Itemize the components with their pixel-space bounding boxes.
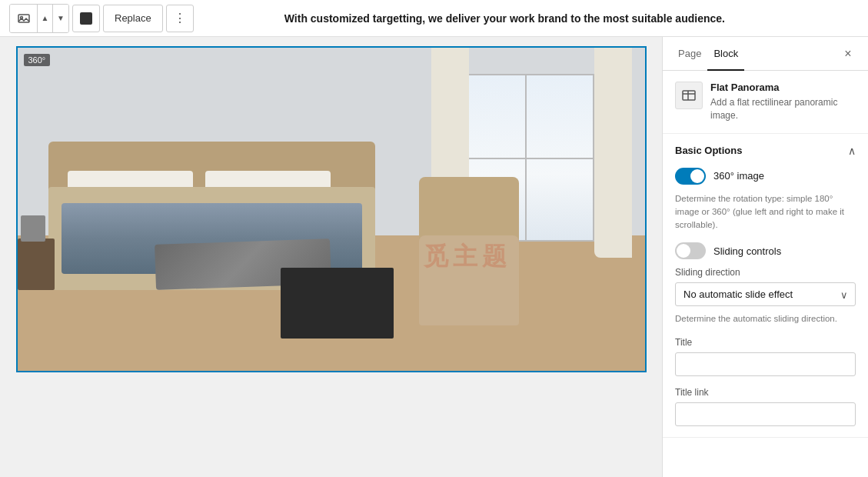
main-layout: 觅 主 题 360° Page Block × bbox=[0, 37, 868, 477]
toggle-360-row: 360° image bbox=[675, 168, 856, 185]
section-header: Basic Options ∧ bbox=[675, 145, 856, 157]
tab-page[interactable]: Page bbox=[672, 37, 707, 71]
basic-options-section: Basic Options ∧ 360° image Determine the… bbox=[663, 134, 868, 438]
toggle-360-desc: Determine the rotation type: simple 180°… bbox=[675, 192, 856, 232]
arrow-up-button[interactable]: ▲ bbox=[38, 5, 53, 32]
title-label: Title bbox=[675, 337, 856, 348]
title-input[interactable] bbox=[675, 352, 856, 376]
toggle-sliding-label: Sliding controls bbox=[713, 245, 781, 257]
toggle-360[interactable] bbox=[675, 168, 706, 185]
replace-label: Replace bbox=[115, 12, 151, 24]
toggle-sliding[interactable] bbox=[675, 242, 706, 259]
toggle-360-label: 360° image bbox=[713, 170, 764, 182]
title-link-label: Title link bbox=[675, 387, 856, 398]
toolbar: ▲ ▼ Replace ⋮ With customized targetting… bbox=[0, 0, 868, 37]
sliding-direction-label: Sliding direction bbox=[675, 267, 856, 278]
sliding-direction-desc: Determine the automatic sliding directio… bbox=[675, 312, 856, 325]
image-block[interactable]: 觅 主 题 360° bbox=[16, 46, 647, 372]
block-info: Flat Panorama Add a flat rectilinear pan… bbox=[663, 71, 868, 134]
right-panel: Page Block × Flat Panorama Add a flat re… bbox=[662, 37, 868, 477]
chair bbox=[419, 235, 520, 326]
image-icon-button[interactable] bbox=[10, 5, 38, 32]
close-button[interactable]: × bbox=[837, 43, 859, 65]
block-description: Flat Panorama Add a flat rectilinear pan… bbox=[710, 82, 856, 122]
sliding-direction-select-wrap: No automatic slide effect Left Right ∨ bbox=[675, 282, 856, 306]
panorama-image: 觅 主 题 bbox=[18, 48, 645, 371]
svg-rect-2 bbox=[683, 91, 695, 100]
section-title: Basic Options bbox=[675, 145, 742, 156]
page-heading: With customized targetting, we deliver y… bbox=[197, 12, 859, 25]
toggle-sliding-knob bbox=[677, 244, 690, 258]
image-controls: ▲ ▼ bbox=[9, 4, 69, 33]
toggle-360-knob bbox=[690, 169, 704, 183]
more-options-button[interactable]: ⋮ bbox=[166, 5, 194, 32]
toggle-sliding-row: Sliding controls bbox=[675, 242, 856, 259]
color-block-button[interactable] bbox=[72, 5, 100, 32]
panel-tabs: Page Block × bbox=[663, 37, 868, 71]
replace-button[interactable]: Replace bbox=[103, 5, 163, 32]
block-type-icon bbox=[675, 82, 703, 109]
curtain-right bbox=[594, 48, 632, 258]
lamp bbox=[21, 215, 46, 242]
section-collapse-icon[interactable]: ∧ bbox=[848, 145, 856, 157]
canvas-area: 觅 主 题 360° bbox=[0, 37, 662, 477]
image-badge: 360° bbox=[24, 54, 51, 66]
nightstand bbox=[18, 239, 55, 290]
tab-block[interactable]: Block bbox=[707, 37, 744, 71]
arrow-down-button[interactable]: ▼ bbox=[53, 5, 68, 32]
sliding-direction-select[interactable]: No automatic slide effect Left Right bbox=[675, 282, 856, 306]
title-link-input[interactable] bbox=[675, 402, 856, 426]
coffee-table bbox=[281, 268, 394, 339]
